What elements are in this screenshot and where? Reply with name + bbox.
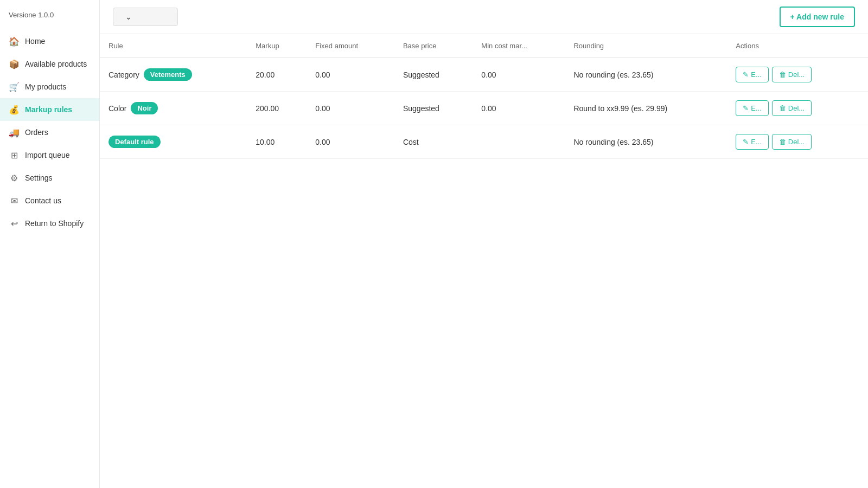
sidebar-item-my-products[interactable]: 🛒My products <box>0 75 99 98</box>
rounding-cell-2: No rounding (es. 23.65) <box>565 125 727 159</box>
markup-rules-table: RuleMarkupFixed amountBase priceMin cost… <box>100 34 868 159</box>
markup-cell-0: 20.00 <box>247 58 307 92</box>
actions-cell-2: ✎ E...🗑 Del... <box>727 125 868 158</box>
markup-cell-2: 10.00 <box>247 125 307 159</box>
sidebar-item-return-to-shopify[interactable]: ↩Return to Shopify <box>0 212 99 235</box>
col-header-fixed-amount: Fixed amount <box>307 34 394 58</box>
min-cost-cell-1: 0.00 <box>473 92 565 125</box>
available-products-icon: 📦 <box>9 59 20 69</box>
base-price-cell-2: Cost <box>394 125 473 159</box>
sidebar-item-label-contact-us: Contact us <box>25 196 61 205</box>
base-price-cell-1: Suggested <box>394 92 473 125</box>
edit-icon-0: ✎ <box>743 70 749 79</box>
base-price-cell-0: Suggested <box>394 58 473 92</box>
rule-badge-1: Noir <box>131 102 158 114</box>
contact-us-icon: ✉ <box>9 195 20 206</box>
sidebar-item-contact-us[interactable]: ✉Contact us <box>0 189 99 212</box>
markup-rules-icon: 💰 <box>9 104 20 115</box>
sidebar-item-label-markup-rules: Markup rules <box>25 105 72 114</box>
sidebar-item-available-products[interactable]: 📦Available products <box>0 53 99 75</box>
table-body: CategoryVetements20.000.00Suggested0.00N… <box>100 58 868 159</box>
delete-button-1[interactable]: 🗑 Del... <box>772 100 812 116</box>
sidebar: Versione 1.0.0 🏠Home📦Available products🛒… <box>0 0 100 488</box>
rule-cell-1: ColorNoir <box>100 92 247 125</box>
rule-cell-2: Default rule <box>100 125 247 159</box>
edit-button-2[interactable]: ✎ E... <box>736 134 769 150</box>
rounding-cell-0: No rounding (es. 23.65) <box>565 58 727 92</box>
min-cost-cell-2 <box>473 125 565 159</box>
chevron-down-icon: ⌄ <box>125 12 132 21</box>
header-bar: ⌄ + Add new rule <box>100 0 868 34</box>
rule-type-0: Category <box>108 70 139 79</box>
col-header-markup: Markup <box>247 34 307 58</box>
sidebar-item-label-settings: Settings <box>25 174 53 182</box>
sidebar-item-label-orders: Orders <box>25 128 48 137</box>
sidebar-item-import-queue[interactable]: ⊞Import queue <box>0 144 99 166</box>
fixed-amount-cell-1: 0.00 <box>307 92 394 125</box>
edit-icon-1: ✎ <box>743 104 749 112</box>
col-header-actions: Actions <box>727 34 868 58</box>
sidebar-item-label-my-products: My products <box>25 82 66 91</box>
fixed-amount-cell-2: 0.00 <box>307 125 394 159</box>
filter-dropdown[interactable]: ⌄ <box>113 8 178 26</box>
add-new-rule-button[interactable]: + Add new rule <box>780 7 855 27</box>
trash-icon-2: 🗑 <box>779 138 786 146</box>
table-header: RuleMarkupFixed amountBase priceMin cost… <box>100 34 868 58</box>
sidebar-item-label-return-to-shopify: Return to Shopify <box>25 219 84 228</box>
rule-badge-0: Vetements <box>144 68 192 81</box>
trash-icon-1: 🗑 <box>779 104 786 112</box>
fixed-amount-cell-0: 0.00 <box>307 58 394 92</box>
actions-cell-1: ✎ E...🗑 Del... <box>727 92 868 125</box>
rule-type-1: Color <box>108 104 126 113</box>
sidebar-item-label-available-products: Available products <box>25 60 87 68</box>
trash-icon-0: 🗑 <box>779 70 786 79</box>
sidebar-item-label-import-queue: Import queue <box>25 151 70 159</box>
sidebar-item-markup-rules[interactable]: 💰Markup rules <box>0 98 99 121</box>
main-content: ⌄ + Add new rule RuleMarkupFixed amountB… <box>100 0 868 488</box>
home-icon: 🏠 <box>9 36 20 47</box>
col-header-rounding: Rounding <box>565 34 727 58</box>
col-header-base-price: Base price <box>394 34 473 58</box>
edit-button-1[interactable]: ✎ E... <box>736 100 769 116</box>
table-row: CategoryVetements20.000.00Suggested0.00N… <box>100 58 868 92</box>
content-area: RuleMarkupFixed amountBase priceMin cost… <box>100 34 868 488</box>
rule-cell-0: CategoryVetements <box>100 58 247 92</box>
edit-icon-2: ✎ <box>743 138 749 146</box>
settings-icon: ⚙ <box>9 172 20 183</box>
delete-button-2[interactable]: 🗑 Del... <box>772 134 812 150</box>
col-header-min-cost-mar...: Min cost mar... <box>473 34 565 58</box>
sidebar-item-label-home: Home <box>25 37 45 46</box>
version-label: Versione 1.0.0 <box>0 11 99 30</box>
delete-button-0[interactable]: 🗑 Del... <box>772 67 812 82</box>
sidebar-item-settings[interactable]: ⚙Settings <box>0 166 99 189</box>
table-row: ColorNoir200.000.00Suggested0.00Round to… <box>100 92 868 125</box>
sidebar-item-home[interactable]: 🏠Home <box>0 30 99 53</box>
sidebar-item-orders[interactable]: 🚚Orders <box>0 121 99 144</box>
col-header-rule: Rule <box>100 34 247 58</box>
rule-badge-2: Default rule <box>108 136 161 148</box>
return-to-shopify-icon: ↩ <box>9 218 20 229</box>
table-row: Default rule10.000.00CostNo rounding (es… <box>100 125 868 159</box>
edit-button-0[interactable]: ✎ E... <box>736 67 769 82</box>
orders-icon: 🚚 <box>9 127 20 138</box>
markup-cell-1: 200.00 <box>247 92 307 125</box>
actions-cell-0: ✎ E...🗑 Del... <box>727 58 868 91</box>
nav-list: 🏠Home📦Available products🛒My products💰Mar… <box>0 30 99 235</box>
rounding-cell-1: Round to xx9.99 (es. 29.99) <box>565 92 727 125</box>
min-cost-cell-0: 0.00 <box>473 58 565 92</box>
import-queue-icon: ⊞ <box>9 150 20 160</box>
my-products-icon: 🛒 <box>9 81 20 92</box>
